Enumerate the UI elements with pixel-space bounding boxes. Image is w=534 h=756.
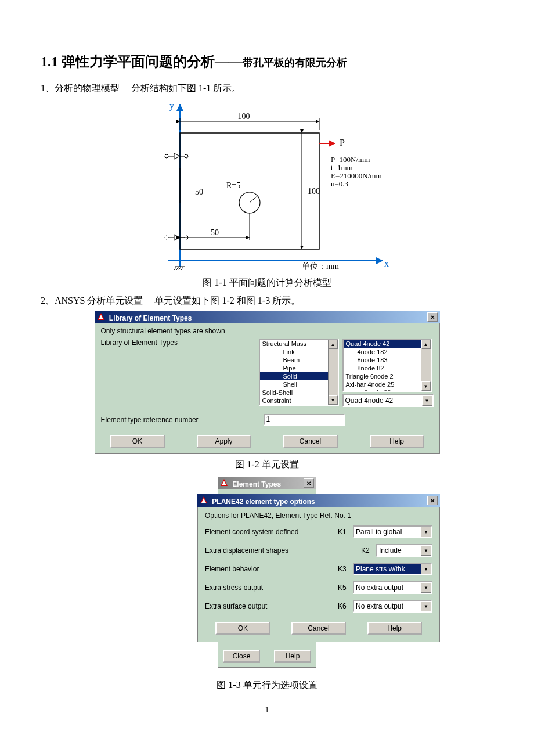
close-icon[interactable]: ✕	[427, 496, 438, 505]
scroll-thumb[interactable]	[421, 349, 431, 381]
ok-button[interactable]: OK	[110, 435, 165, 448]
scroll-down-icon[interactable]: ▼	[421, 381, 431, 391]
chevron-down-icon[interactable]: ▼	[421, 545, 431, 556]
list-item[interactable]: Axi-har 4node 25	[344, 380, 431, 388]
svg-line-6	[181, 267, 183, 270]
param-p: P=100N/mm	[331, 155, 370, 164]
chevron-down-icon[interactable]: ▼	[421, 601, 431, 611]
cancel-button[interactable]: Cancel	[291, 622, 346, 635]
scroll-up-icon[interactable]: ▲	[329, 340, 338, 349]
svg-line-9	[250, 196, 258, 203]
help-button[interactable]: Help	[274, 650, 311, 663]
et-title: Element Types	[232, 480, 281, 488]
list-item[interactable]: Solid-Shell	[260, 388, 338, 397]
library-element-types-dialog: www.bdoc.c Library of Element Types ✕ On…	[95, 311, 440, 454]
list-item[interactable]: 8node 183	[344, 356, 431, 364]
page-number: 1	[41, 705, 493, 715]
chevron-down-icon[interactable]: ▼	[421, 564, 431, 574]
svg-point-24	[165, 236, 168, 239]
refnum-label: Element type reference number	[101, 416, 264, 424]
para2-label: 2、ANSYS 分析单元设置	[41, 296, 143, 305]
et-titlebar[interactable]: Element Types ✕	[218, 477, 316, 489]
lib-selected-field[interactable]: Quad 4node 42 ▼	[342, 394, 434, 407]
para-2: 2、ANSYS 分析单元设置 单元设置如下图 1-2 和图 1-3 所示。	[41, 295, 493, 307]
lib-title: Library of Element Types	[109, 314, 192, 322]
close-icon[interactable]: ✕	[304, 478, 314, 488]
para1-desc: 分析结构如下图 1-1 所示。	[131, 83, 241, 93]
option-row-k5: Extra stress output K5 No extra output ▼	[205, 581, 432, 594]
svg-point-19	[165, 154, 168, 158]
physical-model-diagram: y x R=5 100 100	[41, 98, 493, 272]
option-row-k1: Element coord system defined K1 Parall t…	[205, 525, 432, 538]
help-button[interactable]: Help	[367, 622, 422, 635]
scroll-up-icon[interactable]: ▲	[421, 340, 431, 349]
k2-dropdown[interactable]: Include ▼	[376, 544, 432, 557]
close-icon[interactable]: ✕	[427, 312, 438, 322]
dim-50-bot: 50	[211, 228, 219, 237]
svg-marker-17	[174, 153, 180, 159]
load-p: P	[340, 138, 345, 147]
para-1: 1、分析的物理模型 分析结构如下图 1-1 所示。	[41, 82, 493, 95]
k5-dropdown[interactable]: No extra output ▼	[353, 581, 432, 594]
list-item[interactable]: Hyperelastic	[260, 405, 338, 406]
chevron-down-icon[interactable]: ▼	[421, 582, 431, 593]
figure-1-3: Element Types ✕ Defined Element Types: T…	[93, 477, 441, 668]
scrollbar[interactable]: ▲ ▼	[328, 340, 338, 405]
lib-only-text: Only structural element types are shown	[101, 327, 434, 335]
list-item[interactable]: 8node 82	[344, 364, 431, 372]
list-item[interactable]: Beam	[260, 356, 338, 364]
k3-dropdown[interactable]: Plane strs w/thk ▼	[353, 563, 432, 575]
dim-100-right: 100	[308, 187, 320, 196]
ansys-logo-icon	[200, 496, 208, 504]
k6-dropdown[interactable]: No extra output ▼	[353, 600, 432, 613]
para2-desc: 单元设置如下图 1-2 和图 1-3 所示。	[154, 296, 300, 305]
chevron-down-icon[interactable]: ▼	[422, 395, 432, 406]
k1-dropdown[interactable]: Parall to global ▼	[353, 525, 432, 538]
chevron-down-icon[interactable]: ▼	[421, 527, 431, 537]
lib-category-list[interactable]: Structural Mass Link Beam Pipe Solid She…	[259, 339, 339, 406]
opt-titlebar[interactable]: PLANE42 element type options ✕	[197, 494, 440, 507]
param-t: t=1mm	[331, 163, 353, 172]
heading-main: 弹性力学平面问题的分析——	[62, 54, 243, 69]
list-item[interactable]: Link	[260, 348, 338, 356]
option-row-k2: Extra displacement shapes K2 Include ▼	[205, 544, 432, 557]
svg-marker-22	[174, 235, 180, 240]
lib-titlebar[interactable]: Library of Element Types ✕	[95, 311, 440, 323]
option-row-k6: Extra surface output K6 No extra output …	[205, 600, 432, 613]
list-item[interactable]: Pipe	[260, 364, 338, 372]
list-item[interactable]: Shell	[260, 380, 338, 388]
help-button[interactable]: Help	[370, 435, 424, 448]
list-item-selected[interactable]: Solid	[260, 372, 338, 380]
caption-1-2: 图 1-2 单元设置	[41, 459, 493, 471]
unit-label: 单位：mm	[302, 262, 339, 271]
list-item-selected[interactable]: Quad 4node 42	[344, 340, 431, 348]
svg-line-3	[174, 267, 176, 270]
axis-x: x	[384, 258, 389, 268]
param-e: E=210000N/mm	[331, 171, 382, 180]
list-item[interactable]: Triangle 6node 2	[344, 372, 431, 380]
dim-100-top: 100	[238, 112, 250, 121]
scroll-thumb[interactable]	[329, 349, 338, 395]
svg-line-5	[179, 267, 181, 270]
list-item[interactable]: Constraint	[260, 397, 338, 405]
param-u: u=0.3	[331, 179, 348, 188]
ok-button[interactable]: OK	[215, 622, 270, 635]
list-item[interactable]: 8node 83	[344, 388, 431, 392]
scrollbar[interactable]: ▲ ▼	[421, 340, 431, 391]
apply-button[interactable]: Apply	[197, 435, 251, 448]
svg-point-21	[185, 154, 188, 158]
close-button[interactable]: Close	[223, 650, 260, 663]
scroll-down-icon[interactable]: ▼	[329, 395, 338, 405]
caption-1-3: 图 1-3 单元行为选项设置	[41, 679, 493, 692]
svg-line-4	[176, 267, 179, 270]
cancel-button[interactable]: Cancel	[283, 435, 338, 448]
list-item[interactable]: Structural Mass	[260, 340, 338, 348]
opt-title: PLANE42 element type options	[212, 498, 315, 506]
para1-label: 1、分析的物理模型	[41, 83, 120, 93]
refnum-input[interactable]: 1	[264, 414, 345, 426]
element-options-dialog: PLANE42 element type options ✕ Options f…	[197, 494, 440, 642]
heading-sub: 带孔平板的有限元分析	[243, 57, 347, 69]
dim-50-left: 50	[195, 188, 203, 196]
lib-type-list[interactable]: Quad 4node 42 4node 182 8node 183 8node …	[342, 339, 432, 392]
list-item[interactable]: 4node 182	[344, 348, 431, 356]
